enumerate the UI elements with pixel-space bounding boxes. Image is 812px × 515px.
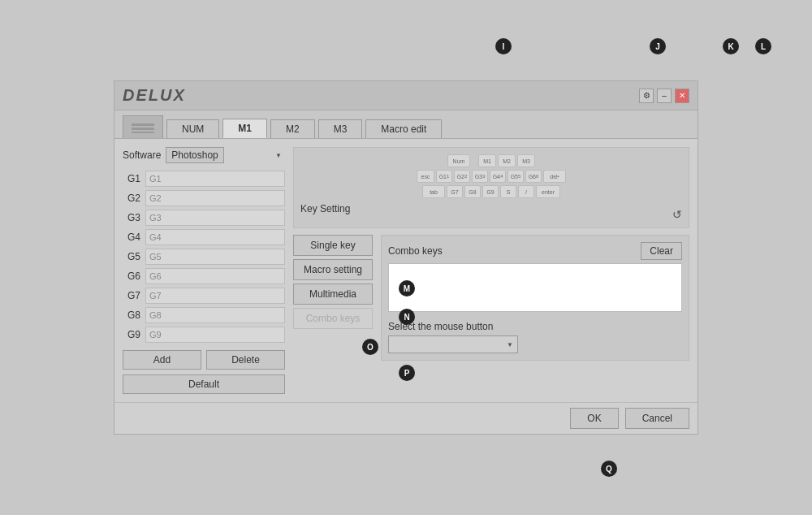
tab-num[interactable]: NUM bbox=[166, 119, 219, 138]
kbd-m3-key: M3 bbox=[517, 154, 535, 167]
svg-rect-0 bbox=[132, 123, 154, 126]
annotation-L: L bbox=[755, 38, 771, 54]
software-label: Software bbox=[123, 149, 161, 161]
g-key-label: G6 bbox=[123, 270, 140, 282]
g1-input[interactable] bbox=[145, 171, 285, 187]
g-key-label: G2 bbox=[123, 193, 140, 204]
g-key-label: G5 bbox=[123, 251, 140, 262]
kbd-row2: esc G11 G22 G33 G44 G55 G66 del• bbox=[417, 170, 566, 183]
software-select-wrapper: Photoshop bbox=[166, 147, 285, 163]
g-key-row: G5 bbox=[123, 248, 285, 266]
tab-icon bbox=[123, 115, 163, 138]
combo-keys-input[interactable] bbox=[388, 263, 682, 312]
close-button[interactable]: ✕ bbox=[675, 89, 689, 103]
kbd-s-key: S bbox=[500, 185, 516, 198]
tab-bar: NUM M1 M2 M3 Macro edit bbox=[114, 110, 698, 139]
annotation-Q: Q bbox=[601, 461, 617, 477]
tab-macro-edit[interactable]: Macro edit bbox=[365, 119, 442, 138]
kbd-g9-key[interactable]: G9 bbox=[482, 185, 499, 198]
g-key-row: G1 bbox=[123, 170, 285, 188]
kbd-esc-key: esc bbox=[417, 170, 434, 183]
add-button[interactable]: Add bbox=[123, 350, 201, 370]
delete-button[interactable]: Delete bbox=[206, 350, 285, 370]
middle-section: Single key Macro setting Multimedia Comb… bbox=[293, 235, 689, 361]
macro-setting-button[interactable]: Macro setting bbox=[293, 259, 373, 280]
g6-input[interactable] bbox=[145, 268, 285, 284]
kbd-enter-key: enter bbox=[536, 185, 560, 198]
keyboard-area: Num M1 M2 M3 esc G11 G22 G33 G44 G5 bbox=[293, 147, 689, 228]
settings-button[interactable]: ⚙ bbox=[639, 89, 654, 103]
g9-input[interactable] bbox=[145, 327, 285, 343]
app-logo: DELUX bbox=[123, 86, 186, 105]
kbd-row3: tab G7 G8 G9 S / enter bbox=[422, 185, 560, 198]
kbd-g4-key[interactable]: G44 bbox=[490, 170, 506, 183]
mouse-select[interactable]: Left button Right button Middle button bbox=[388, 335, 518, 353]
g5-input[interactable] bbox=[145, 249, 285, 265]
annotation-J: J bbox=[650, 38, 666, 54]
kbd-g5-key[interactable]: G55 bbox=[508, 170, 524, 183]
tab-m3[interactable]: M3 bbox=[318, 119, 363, 138]
g-key-label: G8 bbox=[123, 309, 140, 321]
kbd-g7-key[interactable]: G7 bbox=[447, 185, 463, 198]
annotation-K: K bbox=[723, 38, 739, 54]
kbd-m1-key: M1 bbox=[478, 154, 496, 167]
main-content: Software Photoshop G1 G2 bbox=[114, 139, 698, 402]
g4-input[interactable] bbox=[145, 229, 285, 245]
left-panel: Software Photoshop G1 G2 bbox=[123, 147, 285, 394]
stripes-icon bbox=[132, 122, 154, 133]
kbd-g3-key[interactable]: G33 bbox=[472, 170, 488, 183]
single-key-button[interactable]: Single key bbox=[293, 235, 373, 256]
kbd-g8-key[interactable]: G8 bbox=[464, 185, 481, 198]
mouse-select-wrapper: Left button Right button Middle button bbox=[388, 335, 518, 353]
g-key-row: G3 bbox=[123, 209, 285, 227]
setting-buttons: Single key Macro setting Multimedia Comb… bbox=[293, 235, 373, 361]
g3-input[interactable] bbox=[145, 210, 285, 226]
g-key-row: G8 bbox=[123, 306, 285, 324]
tab-m2[interactable]: M2 bbox=[270, 119, 315, 138]
outer-wrapper: I J K L Q DELUX ⚙ – ✕ NUM M1 M2 bbox=[97, 32, 715, 483]
kbd-num-key: Num bbox=[447, 154, 470, 167]
software-select[interactable]: Photoshop bbox=[166, 147, 224, 163]
combo-keys-label: Combo keys bbox=[388, 245, 443, 257]
kbd-g6-key[interactable]: G66 bbox=[525, 170, 542, 183]
title-bar: DELUX ⚙ – ✕ bbox=[114, 81, 698, 110]
combo-panel: Combo keys Clear Select the mouse button… bbox=[381, 235, 689, 361]
keyboard-diagram: Num M1 M2 M3 esc G11 G22 G33 G44 G5 bbox=[300, 154, 682, 198]
multimedia-button[interactable]: Multimedia bbox=[293, 283, 373, 305]
reset-icon[interactable]: ↺ bbox=[672, 208, 682, 221]
g-key-label: G9 bbox=[123, 329, 140, 340]
g-key-label: G1 bbox=[123, 173, 140, 184]
cancel-button[interactable]: Cancel bbox=[625, 408, 689, 429]
right-panel: Num M1 M2 M3 esc G11 G22 G33 G44 G5 bbox=[293, 147, 689, 394]
footer-buttons: OK Cancel bbox=[114, 402, 698, 434]
kbd-slash-key: / bbox=[518, 185, 534, 198]
add-delete-buttons: Add Delete bbox=[123, 350, 285, 370]
kbd-g2-key[interactable]: G22 bbox=[454, 170, 470, 183]
kbd-tab-key: tab bbox=[422, 185, 445, 198]
g8-input[interactable] bbox=[145, 307, 285, 323]
g-key-label: G4 bbox=[123, 232, 140, 243]
g-key-row: G7 bbox=[123, 287, 285, 305]
clear-button[interactable]: Clear bbox=[641, 242, 682, 260]
svg-rect-2 bbox=[132, 132, 154, 133]
g-key-label: G3 bbox=[123, 212, 140, 223]
g-key-row: G2 bbox=[123, 189, 285, 207]
minimize-button[interactable]: – bbox=[657, 89, 672, 103]
mouse-button-label: Select the mouse button bbox=[388, 321, 682, 332]
kbd-g1-key[interactable]: G11 bbox=[436, 170, 452, 183]
kbd-top-row: Num M1 M2 M3 bbox=[447, 154, 535, 167]
software-row: Software Photoshop bbox=[123, 147, 285, 163]
g2-input[interactable] bbox=[145, 190, 285, 206]
combo-keys-button[interactable]: Combo keys bbox=[293, 308, 373, 329]
tab-m1[interactable]: M1 bbox=[222, 119, 267, 138]
combo-header: Combo keys Clear bbox=[388, 242, 682, 260]
g-key-list: G1 G2 G3 G4 bbox=[123, 170, 285, 344]
default-button[interactable]: Default bbox=[123, 374, 285, 394]
svg-rect-1 bbox=[132, 128, 154, 130]
kbd-m2-key: M2 bbox=[498, 154, 516, 167]
g7-input[interactable] bbox=[145, 288, 285, 304]
g-key-row: G4 bbox=[123, 228, 285, 246]
ok-button[interactable]: OK bbox=[570, 408, 618, 429]
kbd-delete-key: del• bbox=[543, 170, 566, 183]
annotation-I: I bbox=[495, 38, 512, 54]
